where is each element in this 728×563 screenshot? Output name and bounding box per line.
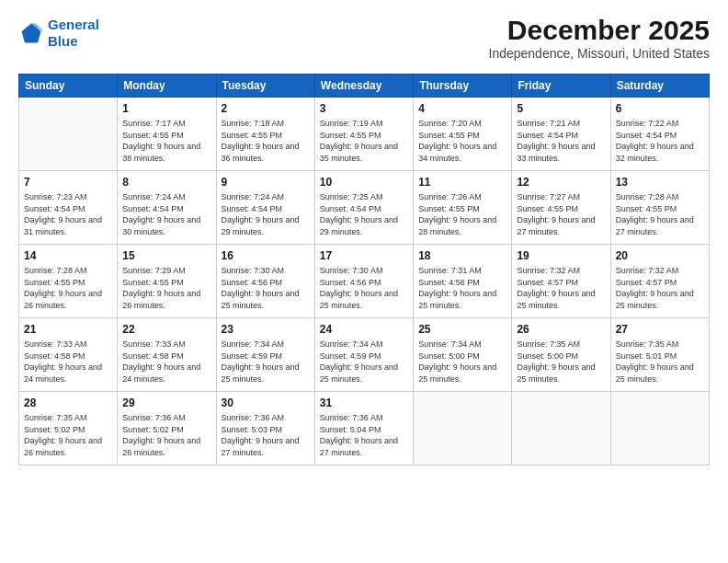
day-number: 3 — [320, 101, 408, 116]
day-info: Sunrise: 7:34 AM Sunset: 5:00 PM Dayligh… — [418, 339, 506, 385]
day-number: 14 — [24, 248, 112, 263]
sunset: Sunset: 4:54 PM — [222, 204, 283, 213]
day-info: Sunrise: 7:24 AM Sunset: 4:54 PM Dayligh… — [222, 191, 310, 237]
col-saturday: Saturday — [610, 75, 709, 98]
day-info: Sunrise: 7:19 AM Sunset: 4:55 PM Dayligh… — [320, 118, 408, 164]
calendar-week-3: 14 Sunrise: 7:28 AM Sunset: 4:55 PM Dayl… — [19, 245, 710, 318]
day-info: Sunrise: 7:32 AM Sunset: 4:57 PM Dayligh… — [517, 265, 605, 311]
daylight: Daylight: 9 hours and 30 minutes. — [122, 215, 200, 236]
calendar-cell: 24 Sunrise: 7:34 AM Sunset: 4:59 PM Dayl… — [314, 318, 413, 392]
daylight: Daylight: 9 hours and 25 minutes. — [418, 362, 496, 384]
calendar-cell: 7 Sunrise: 7:23 AM Sunset: 4:54 PM Dayli… — [19, 171, 118, 245]
day-number: 27 — [616, 322, 704, 337]
sunset: Sunset: 4:55 PM — [122, 278, 184, 287]
day-info: Sunrise: 7:35 AM Sunset: 5:02 PM Dayligh… — [24, 412, 112, 458]
sunset: Sunset: 5:00 PM — [517, 351, 578, 361]
calendar: Sunday Monday Tuesday Wednesday Thursday… — [18, 74, 710, 465]
calendar-cell: 27 Sunrise: 7:35 AM Sunset: 5:01 PM Dayl… — [610, 318, 709, 392]
calendar-cell: 17 Sunrise: 7:30 AM Sunset: 4:56 PM Dayl… — [314, 245, 413, 318]
day-number: 13 — [616, 175, 704, 190]
daylight: Daylight: 9 hours and 36 minutes. — [222, 142, 300, 163]
sunset: Sunset: 4:56 PM — [320, 278, 381, 287]
day-number: 21 — [24, 322, 112, 337]
calendar-cell — [610, 392, 709, 465]
day-info: Sunrise: 7:26 AM Sunset: 4:55 PM Dayligh… — [418, 191, 506, 237]
day-info: Sunrise: 7:36 AM Sunset: 5:03 PM Dayligh… — [222, 412, 310, 458]
daylight: Daylight: 9 hours and 25 minutes. — [222, 289, 300, 310]
calendar-cell: 5 Sunrise: 7:21 AM Sunset: 4:54 PM Dayli… — [512, 98, 610, 171]
daylight: Daylight: 9 hours and 27 minutes. — [616, 215, 694, 236]
calendar-cell: 9 Sunrise: 7:24 AM Sunset: 4:54 PM Dayli… — [216, 171, 314, 245]
daylight: Daylight: 9 hours and 27 minutes. — [222, 436, 300, 457]
calendar-cell: 4 Sunrise: 7:20 AM Sunset: 4:55 PM Dayli… — [414, 98, 512, 171]
daylight: Daylight: 9 hours and 28 minutes. — [418, 215, 496, 236]
daylight: Daylight: 9 hours and 25 minutes. — [616, 362, 694, 384]
sunset: Sunset: 4:55 PM — [24, 278, 85, 287]
day-info: Sunrise: 7:22 AM Sunset: 4:54 PM Dayligh… — [616, 118, 704, 164]
sunrise: Sunrise: 7:21 AM — [517, 119, 580, 128]
daylight: Daylight: 9 hours and 32 minutes. — [616, 142, 694, 163]
sunset: Sunset: 4:56 PM — [418, 278, 480, 287]
sunrise: Sunrise: 7:26 AM — [418, 192, 482, 201]
sunset: Sunset: 4:55 PM — [418, 204, 480, 213]
sunrise: Sunrise: 7:30 AM — [222, 266, 285, 275]
day-info: Sunrise: 7:33 AM Sunset: 4:58 PM Dayligh… — [24, 339, 112, 385]
calendar-cell: 29 Sunrise: 7:36 AM Sunset: 5:02 PM Dayl… — [118, 392, 216, 465]
calendar-cell: 11 Sunrise: 7:26 AM Sunset: 4:55 PM Dayl… — [414, 171, 512, 245]
day-info: Sunrise: 7:18 AM Sunset: 4:55 PM Dayligh… — [222, 118, 310, 164]
day-info: Sunrise: 7:30 AM Sunset: 4:56 PM Dayligh… — [222, 265, 310, 311]
calendar-body: 1 Sunrise: 7:17 AM Sunset: 4:55 PM Dayli… — [19, 98, 710, 465]
sunrise: Sunrise: 7:27 AM — [517, 192, 580, 201]
sunset: Sunset: 4:55 PM — [222, 131, 283, 140]
daylight: Daylight: 9 hours and 35 minutes. — [320, 142, 398, 163]
daylight: Daylight: 9 hours and 27 minutes. — [320, 436, 398, 457]
sunset: Sunset: 4:54 PM — [616, 131, 677, 140]
col-sunday: Sunday — [19, 75, 118, 98]
logo-line2: Blue — [48, 33, 78, 49]
daylight: Daylight: 9 hours and 24 minutes. — [122, 362, 200, 384]
day-number: 16 — [222, 248, 310, 263]
calendar-cell: 20 Sunrise: 7:32 AM Sunset: 4:57 PM Dayl… — [610, 245, 709, 318]
calendar-cell: 21 Sunrise: 7:33 AM Sunset: 4:58 PM Dayl… — [19, 318, 118, 392]
col-thursday: Thursday — [414, 75, 512, 98]
sunset: Sunset: 4:54 PM — [24, 204, 85, 213]
day-number: 25 — [418, 322, 506, 337]
day-info: Sunrise: 7:24 AM Sunset: 4:54 PM Dayligh… — [122, 191, 210, 237]
daylight: Daylight: 9 hours and 25 minutes. — [320, 289, 398, 310]
day-number: 29 — [122, 396, 210, 410]
sunset: Sunset: 4:55 PM — [517, 204, 578, 213]
month-title: December 2025 — [489, 17, 710, 44]
calendar-cell: 8 Sunrise: 7:24 AM Sunset: 4:54 PM Dayli… — [118, 171, 216, 245]
sunrise: Sunrise: 7:31 AM — [418, 266, 482, 275]
calendar-cell: 22 Sunrise: 7:33 AM Sunset: 4:58 PM Dayl… — [118, 318, 216, 392]
calendar-cell: 14 Sunrise: 7:28 AM Sunset: 4:55 PM Dayl… — [19, 245, 118, 318]
daylight: Daylight: 9 hours and 25 minutes. — [517, 289, 595, 310]
calendar-week-4: 21 Sunrise: 7:33 AM Sunset: 4:58 PM Dayl… — [19, 318, 710, 392]
day-info: Sunrise: 7:25 AM Sunset: 4:54 PM Dayligh… — [320, 191, 408, 237]
day-number: 20 — [616, 248, 704, 263]
day-number: 5 — [517, 101, 605, 116]
day-info: Sunrise: 7:36 AM Sunset: 5:02 PM Dayligh… — [122, 412, 210, 458]
day-info: Sunrise: 7:27 AM Sunset: 4:55 PM Dayligh… — [517, 191, 605, 237]
calendar-cell: 30 Sunrise: 7:36 AM Sunset: 5:03 PM Dayl… — [216, 392, 314, 465]
calendar-cell: 19 Sunrise: 7:32 AM Sunset: 4:57 PM Dayl… — [512, 245, 610, 318]
sunrise: Sunrise: 7:34 AM — [320, 339, 383, 349]
daylight: Daylight: 9 hours and 27 minutes. — [517, 215, 595, 236]
calendar-header: Sunday Monday Tuesday Wednesday Thursday… — [19, 75, 710, 98]
day-info: Sunrise: 7:20 AM Sunset: 4:55 PM Dayligh… — [418, 118, 506, 164]
daylight: Daylight: 9 hours and 38 minutes. — [122, 142, 200, 163]
calendar-week-5: 28 Sunrise: 7:35 AM Sunset: 5:02 PM Dayl… — [19, 392, 710, 465]
sunrise: Sunrise: 7:22 AM — [616, 119, 679, 128]
sunset: Sunset: 4:56 PM — [222, 278, 283, 287]
day-number: 12 — [517, 175, 605, 190]
sunrise: Sunrise: 7:34 AM — [222, 339, 285, 349]
col-monday: Monday — [118, 75, 216, 98]
sunset: Sunset: 4:55 PM — [418, 131, 480, 140]
daylight: Daylight: 9 hours and 29 minutes. — [222, 215, 300, 236]
day-info: Sunrise: 7:34 AM Sunset: 4:59 PM Dayligh… — [320, 339, 408, 385]
sunrise: Sunrise: 7:35 AM — [517, 339, 580, 349]
day-number: 22 — [122, 322, 210, 337]
day-number: 10 — [320, 175, 408, 190]
day-info: Sunrise: 7:35 AM Sunset: 5:00 PM Dayligh… — [517, 339, 605, 385]
day-info: Sunrise: 7:30 AM Sunset: 4:56 PM Dayligh… — [320, 265, 408, 311]
